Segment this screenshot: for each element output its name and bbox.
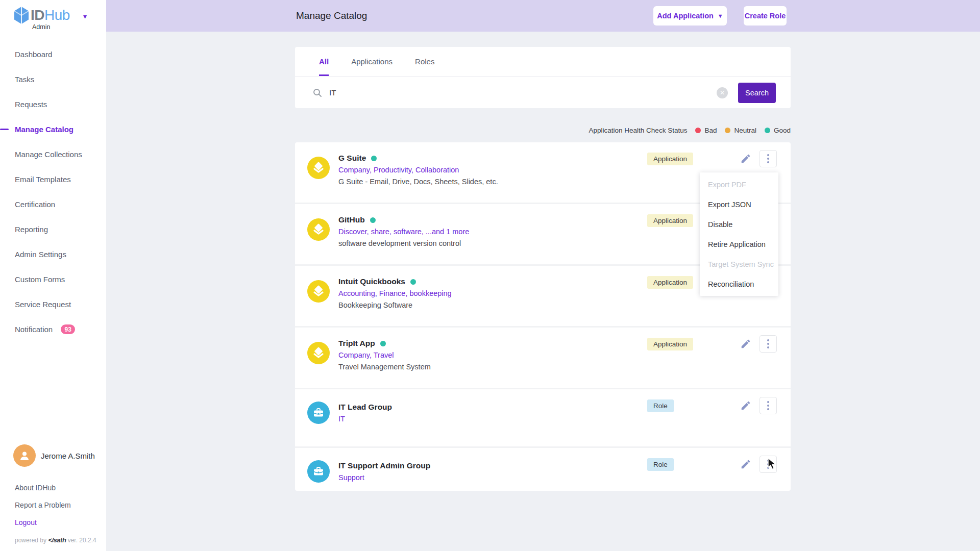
- item-categories[interactable]: Support: [338, 473, 430, 482]
- about-idhub-link[interactable]: About IDHub: [0, 479, 106, 496]
- kebab-menu-button[interactable]: [760, 150, 777, 167]
- health-good-dot: [370, 217, 376, 223]
- chevron-down-icon[interactable]: ▾: [83, 12, 87, 20]
- sidebar-item-requests[interactable]: Requests: [0, 92, 106, 117]
- user-icon: [18, 449, 31, 462]
- menu-item-target-system-sync: Target System Sync: [700, 254, 778, 274]
- edit-icon[interactable]: [740, 153, 751, 164]
- vendor-logo: </sath: [48, 536, 66, 544]
- menu-item-export-json[interactable]: Export JSON: [700, 194, 778, 214]
- idhub-hexagon-icon: [13, 6, 30, 24]
- sidebar-nav: Dashboard Tasks Requests Manage Catalog …: [0, 42, 106, 342]
- sidebar-item-custom-forms[interactable]: Custom Forms: [0, 267, 106, 292]
- sidebar-item-certification[interactable]: Certification: [0, 192, 106, 217]
- notification-count-badge: 93: [61, 324, 75, 334]
- type-badge: Application: [647, 214, 693, 227]
- type-badge: Application: [647, 276, 693, 289]
- item-description: G Suite - Email, Drive, Docs, Sheets, Sl…: [338, 178, 498, 186]
- kebab-menu-button[interactable]: [760, 335, 777, 353]
- sidebar: IDHub Admin ▾ Dashboard Tasks Requests M…: [0, 0, 106, 551]
- edit-icon[interactable]: [740, 459, 751, 470]
- table-row: TripIt App Company, Travel Travel Manage…: [295, 328, 791, 388]
- legend-neutral: Neutral: [725, 127, 756, 134]
- item-title[interactable]: IT Lead Group: [338, 403, 392, 412]
- tab-bar: All Applications Roles: [295, 47, 791, 77]
- sidebar-footer: Jerome A.Smith About IDHub Report a Prob…: [0, 444, 106, 551]
- menu-item-retire-application[interactable]: Retire Application: [700, 234, 778, 254]
- item-categories[interactable]: Discover, share, software, ...and 1 more: [338, 228, 469, 236]
- sidebar-item-email-templates[interactable]: Email Templates: [0, 167, 106, 192]
- sidebar-item-service-request[interactable]: Service Request: [0, 292, 106, 317]
- type-badge: Application: [647, 153, 693, 165]
- add-application-label: Add Application: [657, 12, 714, 20]
- report-problem-link[interactable]: Report a Problem: [0, 496, 106, 514]
- item-title[interactable]: Intuit Quickbooks: [338, 277, 405, 286]
- item-title[interactable]: GitHub: [338, 215, 365, 224]
- search-input[interactable]: [329, 88, 717, 97]
- edit-icon[interactable]: [740, 338, 751, 349]
- menu-item-disable[interactable]: Disable: [700, 214, 778, 234]
- tab-all[interactable]: All: [319, 47, 329, 76]
- brand-logo: IDHub Admin ▾: [0, 0, 106, 38]
- item-categories[interactable]: Company, Travel: [338, 351, 431, 359]
- brand-wordmark: IDHub: [31, 7, 70, 23]
- logout-link[interactable]: Logout: [0, 514, 106, 531]
- item-description: Travel Management System: [338, 363, 431, 371]
- sidebar-item-admin-settings[interactable]: Admin Settings: [0, 242, 106, 267]
- search-button[interactable]: Search: [738, 83, 776, 103]
- health-legend: Application Health Check Status Bad Neut…: [295, 127, 791, 134]
- brand-subtitle: Admin: [32, 23, 50, 31]
- item-title[interactable]: TripIt App: [338, 339, 375, 348]
- context-menu: Export PDF Export JSON Disable Retire Ap…: [700, 172, 778, 296]
- edit-icon[interactable]: [740, 400, 751, 411]
- kebab-menu-button[interactable]: [760, 397, 777, 414]
- legend-good: Good: [765, 127, 791, 134]
- sidebar-item-dashboard[interactable]: Dashboard: [0, 42, 106, 67]
- health-good-dot: [410, 279, 416, 285]
- bad-dot-icon: [695, 128, 701, 133]
- application-layers-icon: [307, 280, 330, 303]
- sidebar-item-label: Notification: [15, 325, 53, 334]
- sidebar-item-notification[interactable]: Notification 93: [0, 317, 106, 342]
- sidebar-item-reporting[interactable]: Reporting: [0, 217, 106, 242]
- type-badge: Role: [647, 458, 674, 471]
- application-layers-icon: [307, 218, 330, 241]
- table-row: IT Support Admin Group Support Role: [295, 448, 791, 491]
- item-description: Bookkeeping Software: [338, 301, 452, 309]
- role-briefcase-icon: [307, 460, 330, 483]
- table-row: IT Lead Group IT Role: [295, 389, 791, 446]
- item-title[interactable]: G Suite: [338, 154, 366, 163]
- sidebar-item-manage-collections[interactable]: Manage Collections: [0, 142, 106, 167]
- application-layers-icon: [307, 342, 330, 364]
- type-badge: Role: [647, 399, 674, 412]
- tab-applications[interactable]: Applications: [351, 47, 393, 76]
- legend-bad: Bad: [695, 127, 717, 134]
- avatar[interactable]: [13, 444, 36, 467]
- user-name: Jerome A.Smith: [41, 444, 95, 467]
- clear-search-icon[interactable]: ✕: [717, 87, 728, 98]
- sidebar-item-tasks[interactable]: Tasks: [0, 67, 106, 92]
- create-role-label: Create Role: [745, 12, 786, 20]
- chevron-down-icon: ▼: [718, 13, 723, 19]
- kebab-menu-button[interactable]: [760, 456, 777, 473]
- tab-roles[interactable]: Roles: [415, 47, 434, 76]
- role-briefcase-icon: [307, 402, 330, 424]
- health-legend-label: Application Health Check Status: [589, 127, 688, 134]
- application-layers-icon: [307, 157, 330, 179]
- powered-by: powered by </sath ver. 20.2.4: [0, 531, 106, 551]
- item-categories[interactable]: IT: [338, 415, 392, 423]
- good-dot-icon: [765, 128, 770, 133]
- item-categories[interactable]: Company, Productivity, Collaboration: [338, 166, 498, 174]
- item-categories[interactable]: Accounting, Finance, bookkeeping: [338, 289, 452, 297]
- menu-item-export-pdf: Export PDF: [700, 174, 778, 194]
- create-role-button[interactable]: Create Role: [744, 6, 787, 26]
- add-application-button[interactable]: Add Application ▼: [653, 6, 727, 26]
- item-title[interactable]: IT Support Admin Group: [338, 461, 430, 470]
- sidebar-item-manage-catalog[interactable]: Manage Catalog: [0, 117, 106, 142]
- neutral-dot-icon: [725, 128, 730, 133]
- top-bar: Manage Catalog Add Application ▼ Create …: [106, 0, 980, 32]
- item-description: software development version control: [338, 239, 469, 247]
- search-card: All Applications Roles ✕ Search: [295, 47, 791, 108]
- menu-item-reconciliation[interactable]: Reconciliation: [700, 274, 778, 294]
- health-good-dot: [371, 156, 377, 161]
